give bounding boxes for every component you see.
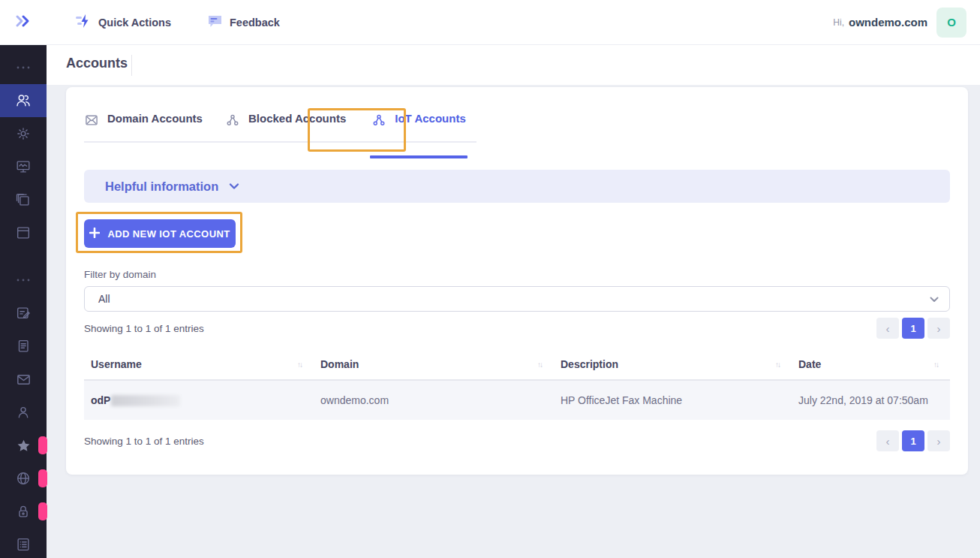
pagination-next-button[interactable]: › [927, 318, 950, 339]
sidebar-item-monitoring[interactable] [0, 150, 47, 183]
sidebar-item-logs[interactable] [0, 528, 47, 558]
user-icon [15, 404, 32, 421]
title-divider [131, 55, 132, 76]
tab-label: IoT Accounts [395, 112, 465, 125]
sidebar-collapse-button[interactable] [0, 14, 47, 32]
redacted-username-blur [111, 395, 180, 406]
quick-actions-label: Quick Actions [98, 17, 171, 29]
note-edit-icon [15, 305, 32, 321]
gear-icon [15, 125, 32, 142]
star-icon [15, 437, 32, 454]
sidebar-item-security[interactable] [0, 495, 47, 528]
avatar-letter: O [947, 16, 956, 29]
greeting-text: Hi, [833, 17, 844, 28]
document-icon [15, 338, 32, 354]
feedback-button[interactable]: Feedback [207, 14, 280, 31]
accounts-card: Domain Accounts Blocked Accounts IoT Acc… [66, 87, 968, 475]
cell-date: July 22nd, 2019 at 07:50am [792, 380, 950, 420]
chevron-down-icon [930, 293, 939, 305]
tab-iot-accounts[interactable]: IoT Accounts [371, 110, 465, 141]
iot-network-icon [225, 113, 240, 130]
entries-summary: Showing 1 to 1 of 1 entries [84, 436, 204, 447]
iot-network-icon [371, 113, 386, 130]
account-name: owndemo.com [849, 16, 927, 29]
sort-icon: ↑↓ [933, 360, 942, 369]
list-meta-bottom: Showing 1 to 1 of 1 entries ‹ 1 › [84, 430, 950, 451]
sidebar-item-global[interactable] [0, 462, 47, 495]
sidebar-item-notes[interactable] [0, 297, 47, 330]
avatar[interactable]: O [936, 8, 966, 38]
page-header: Accounts [47, 45, 980, 85]
sort-icon: ↑↓ [297, 360, 306, 369]
sidebar [0, 45, 47, 558]
column-header-username[interactable]: Username↑↓ [84, 351, 314, 380]
sidebar-item-mail[interactable] [0, 363, 47, 396]
pagination-top: ‹ 1 › [876, 318, 950, 339]
chevron-down-icon [229, 179, 239, 193]
topbar: Quick Actions Feedback Hi, owndemo.com O [0, 0, 980, 45]
speech-bubble-icon [207, 14, 223, 31]
selected-domain-value: All [98, 293, 110, 305]
lightning-icon [75, 14, 92, 31]
tab-label: Blocked Accounts [248, 112, 346, 125]
globe-icon [15, 470, 32, 487]
table-header-row: Username↑↓ Domain↑↓ Description↑↓ Date↑↓ [84, 351, 950, 380]
cell-description: HP OfficeJet Fax Machine [554, 380, 792, 420]
copies-icon [15, 192, 32, 208]
sidebar-item-accounts[interactable] [0, 84, 47, 117]
ellipsis-icon [16, 278, 31, 282]
pagination-prev-button[interactable]: ‹ [876, 318, 899, 339]
sidebar-ellipsis-bottom[interactable] [0, 264, 47, 297]
window-icon [15, 225, 32, 241]
page-title: Accounts [66, 56, 128, 71]
sidebar-item-settings[interactable] [0, 117, 47, 150]
sidebar-item-favorites[interactable] [0, 429, 47, 462]
envelope-icon [84, 113, 99, 130]
pagination-bottom: ‹ 1 › [876, 430, 950, 451]
pagination-prev-button[interactable]: ‹ [876, 430, 899, 451]
add-button-label: ADD NEW IOT ACCOUNT [107, 228, 230, 240]
pagination-page-1-button[interactable]: 1 [902, 318, 924, 339]
notification-badge [38, 469, 47, 487]
sidebar-item-documents[interactable] [0, 330, 47, 363]
add-new-iot-account-button[interactable]: ADD NEW IOT ACCOUNT [84, 219, 236, 248]
cell-username: odP [91, 394, 306, 406]
sidebar-item-user[interactable] [0, 396, 47, 429]
lock-icon [15, 503, 32, 520]
pagination-page-1-button[interactable]: 1 [902, 430, 924, 451]
tab-blocked-accounts[interactable]: Blocked Accounts [225, 110, 346, 141]
ellipsis-icon [16, 65, 31, 70]
list-icon [15, 536, 32, 553]
column-header-domain[interactable]: Domain↑↓ [314, 351, 554, 380]
helpful-information-title: Helpful information [105, 179, 218, 194]
sort-icon: ↑↓ [537, 360, 546, 369]
users-icon [14, 92, 32, 110]
list-meta-top: Showing 1 to 1 of 1 entries ‹ 1 › [84, 318, 950, 339]
sort-icon: ↑↓ [775, 360, 784, 369]
tab-label: Domain Accounts [107, 112, 203, 125]
column-header-description[interactable]: Description↑↓ [554, 351, 792, 380]
iot-accounts-table: Username↑↓ Domain↑↓ Description↑↓ Date↑↓… [84, 351, 950, 420]
filter-by-domain-label: Filter by domain [84, 269, 950, 280]
sidebar-ellipsis-top[interactable] [0, 51, 47, 84]
tab-domain-accounts[interactable]: Domain Accounts [84, 110, 203, 141]
envelope-icon [15, 371, 32, 388]
sidebar-item-copies[interactable] [0, 183, 47, 216]
cell-domain: owndemo.com [314, 380, 554, 420]
quick-actions-button[interactable]: Quick Actions [75, 14, 171, 31]
feedback-label: Feedback [230, 17, 280, 29]
monitor-chart-icon [15, 158, 32, 175]
table-row[interactable]: odP owndemo.com HP OfficeJet Fax Machine… [84, 380, 950, 420]
plus-icon [89, 228, 100, 240]
double-chevron-right-icon [14, 14, 32, 32]
column-header-date[interactable]: Date↑↓ [792, 351, 950, 380]
notification-badge [38, 502, 47, 520]
helpful-information-panel[interactable]: Helpful information [84, 170, 950, 203]
pagination-next-button[interactable]: › [927, 430, 950, 451]
notification-badge [38, 436, 47, 454]
sidebar-item-window[interactable] [0, 216, 47, 249]
domain-filter-select[interactable]: All [84, 286, 950, 312]
tab-bar: Domain Accounts Blocked Accounts IoT Acc… [84, 110, 476, 143]
entries-summary: Showing 1 to 1 of 1 entries [84, 323, 204, 334]
